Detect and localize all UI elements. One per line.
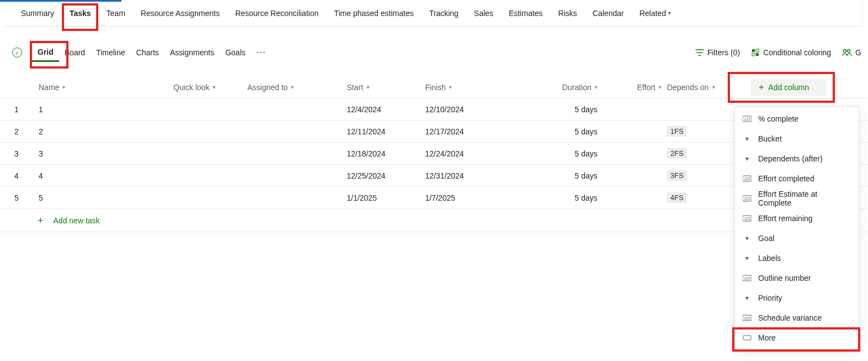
svg-rect-18 xyxy=(743,336,751,340)
view-timeline[interactable]: Timeline xyxy=(91,43,130,62)
cell-duration[interactable]: 5 days xyxy=(530,149,613,158)
dropdown-item[interactable]: 123Effort completed xyxy=(735,169,859,189)
col-name[interactable]: Name▾ xyxy=(39,83,173,92)
add-column-button[interactable]: + Add column xyxy=(751,79,827,96)
cell-depends-on[interactable]: 4FS xyxy=(667,192,741,203)
dropdown-item[interactable]: 123% complete xyxy=(735,109,859,129)
col-finish[interactable]: Finish▾ xyxy=(425,83,530,92)
view-charts[interactable]: Charts xyxy=(131,43,165,62)
filters-button[interactable]: Filters (0) xyxy=(690,48,745,57)
col-quick-look[interactable]: Quick look▾ xyxy=(173,83,247,92)
dropdown-item[interactable]: ▾Labels xyxy=(735,248,859,268)
tab-label: Time phased estimates xyxy=(334,9,414,18)
dropdown-item[interactable]: 123Effort Estimate at Complete xyxy=(735,189,859,208)
dropdown-item-label: Outline number xyxy=(758,274,811,282)
view-toolbar: ✓ Grid Board Timeline Charts Assignments… xyxy=(0,39,868,66)
view-label: Charts xyxy=(136,48,159,57)
dropdown-item[interactable]: 123Schedule variance xyxy=(735,308,859,328)
dependency-tag: 3FS xyxy=(667,170,687,181)
dropdown-item-label: Effort Estimate at Complete xyxy=(758,190,851,207)
row-number: 3 xyxy=(14,149,39,158)
tab-estimates[interactable]: Estimates xyxy=(501,0,550,27)
cell-duration[interactable]: 5 days xyxy=(530,171,613,180)
tab-resource-assignments[interactable]: Resource Assignments xyxy=(133,0,227,27)
chevron-down-icon: ▾ xyxy=(668,10,671,16)
field-type-icon: ▾ xyxy=(743,135,751,143)
view-grid[interactable]: Grid xyxy=(32,43,59,62)
cell-duration[interactable]: 5 days xyxy=(530,193,613,202)
view-label: Goals xyxy=(225,48,246,57)
cell-finish[interactable]: 12/10/2024 xyxy=(425,105,530,114)
dropdown-item[interactable]: ▾Priority xyxy=(735,288,859,308)
tab-team[interactable]: Team xyxy=(99,0,133,27)
dropdown-item[interactable]: More xyxy=(735,328,859,348)
cell-start[interactable]: 1/1/2025 xyxy=(347,193,425,202)
tab-sales[interactable]: Sales xyxy=(466,0,501,27)
cell-name[interactable]: 5 xyxy=(39,193,173,202)
add-column-dropdown: 123% complete▾Bucket▾Dependents (after)1… xyxy=(734,106,859,350)
cond-coloring-label: Conditional coloring xyxy=(763,48,831,57)
more-menu-button[interactable]: ··· xyxy=(251,48,272,57)
cell-duration[interactable]: 5 days xyxy=(530,127,613,136)
svg-text:123: 123 xyxy=(744,117,750,121)
field-type-icon: ▾ xyxy=(743,254,751,262)
cell-duration[interactable]: 5 days xyxy=(530,105,613,114)
col-label: Name xyxy=(39,83,59,92)
view-goals[interactable]: Goals xyxy=(220,43,251,62)
dropdown-item[interactable]: ▾Dependents (after) xyxy=(735,149,859,169)
tab-label: Estimates xyxy=(509,9,542,18)
cell-start[interactable]: 12/25/2024 xyxy=(347,171,425,180)
tab-tracking[interactable]: Tracking xyxy=(421,0,466,27)
cell-name[interactable]: 3 xyxy=(39,149,173,158)
tab-calendar[interactable]: Calendar xyxy=(585,0,632,27)
group-label: G xyxy=(855,48,861,57)
view-board[interactable]: Board xyxy=(59,43,91,62)
group-button[interactable]: G xyxy=(837,48,861,57)
field-type-icon: ▾ xyxy=(743,234,751,242)
tab-resource-reconciliation[interactable]: Resource Reconciliation xyxy=(227,0,326,27)
cell-depends-on[interactable]: 2FS xyxy=(667,148,741,159)
view-assignments[interactable]: Assignments xyxy=(165,43,220,62)
tab-tasks[interactable]: Tasks xyxy=(62,0,99,27)
palette-icon xyxy=(751,48,760,57)
cell-start[interactable]: 12/11/2024 xyxy=(347,127,425,136)
main-tabbar: Summary Tasks Team Resource Assignments … xyxy=(6,0,862,27)
cell-name[interactable]: 1 xyxy=(39,105,173,114)
chevron-down-icon: ▾ xyxy=(595,84,597,90)
conditional-coloring-button[interactable]: Conditional coloring xyxy=(745,48,837,57)
tab-time-phased[interactable]: Time phased estimates xyxy=(326,0,421,27)
cell-start[interactable]: 12/4/2024 xyxy=(347,105,425,114)
tab-summary[interactable]: Summary xyxy=(13,0,62,27)
col-start[interactable]: Start▾ xyxy=(347,83,425,92)
svg-rect-2 xyxy=(752,53,755,56)
cell-depends-on[interactable]: 1FS xyxy=(667,126,741,137)
cell-start[interactable]: 12/18/2024 xyxy=(347,149,425,158)
dropdown-item[interactable]: 123Outline number xyxy=(735,268,859,288)
cell-finish[interactable]: 12/17/2024 xyxy=(425,127,530,136)
dropdown-item[interactable]: ▾Bucket xyxy=(735,129,859,149)
dropdown-item[interactable]: ▾Goal xyxy=(735,228,859,248)
field-type-icon: 123 xyxy=(743,215,751,222)
col-label: Depends on xyxy=(667,83,709,92)
cell-finish[interactable]: 12/31/2024 xyxy=(425,171,530,180)
cell-name[interactable]: 2 xyxy=(39,127,173,136)
cell-finish[interactable]: 12/24/2024 xyxy=(425,149,530,158)
tab-related[interactable]: Related ▾ xyxy=(632,0,679,27)
check-circle-icon[interactable]: ✓ xyxy=(12,48,22,57)
col-effort[interactable]: Effort▾ xyxy=(613,83,667,92)
col-assigned-to[interactable]: Assigned to▾ xyxy=(247,83,347,92)
svg-rect-1 xyxy=(756,49,759,52)
col-label: Assigned to xyxy=(247,83,288,92)
cell-depends-on[interactable]: 3FS xyxy=(667,170,741,181)
chevron-down-icon: ▾ xyxy=(712,84,715,90)
loading-indicator xyxy=(0,0,121,2)
view-label: Grid xyxy=(38,48,54,56)
dropdown-item[interactable]: 123Effort remaining xyxy=(735,208,859,228)
cell-name[interactable]: 4 xyxy=(39,171,173,180)
cell-finish[interactable]: 1/7/2025 xyxy=(425,193,530,202)
tab-risks[interactable]: Risks xyxy=(551,0,585,27)
dropdown-item-label: Goal xyxy=(758,234,775,243)
col-duration[interactable]: Duration▾ xyxy=(530,83,613,92)
field-type-icon xyxy=(743,334,751,341)
col-depends-on[interactable]: Depends on▾ xyxy=(667,83,741,92)
